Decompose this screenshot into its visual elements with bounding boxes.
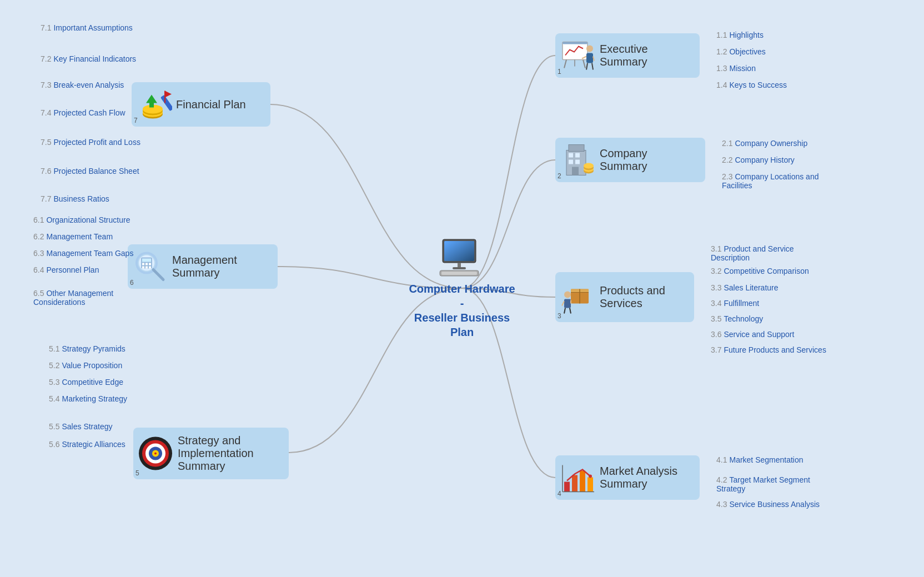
sub-3-5: 3.5Technology <box>711 314 763 323</box>
financial-box: 7 Financial Plan <box>132 82 270 127</box>
svg-rect-58 <box>145 263 148 265</box>
svg-line-17 <box>592 63 593 70</box>
svg-rect-3 <box>458 263 461 267</box>
branch-number-7: 7 <box>134 117 138 124</box>
strategy-box: 5 Strategy and Implementation Summary <box>133 428 289 479</box>
sub-2-2: 2.2Company History <box>722 155 795 164</box>
sub-5-4: 5.4Marketing Strategy <box>49 394 127 403</box>
svg-rect-4 <box>453 267 466 269</box>
svg-rect-61 <box>145 267 148 269</box>
sub-1-4: 1.4Keys to Success <box>716 81 787 89</box>
svg-line-9 <box>564 60 566 68</box>
sub-2-1: 2.1Company Ownership <box>722 139 807 148</box>
products-services-title: Products and Services <box>600 284 665 310</box>
strategy-icon <box>138 435 174 471</box>
svg-point-33 <box>564 292 571 298</box>
svg-rect-56 <box>142 259 151 262</box>
sub-3-4: 3.4Fulfillment <box>711 299 759 308</box>
sub-3-2: 3.2Competitive Comparison <box>711 267 809 275</box>
sub-7-5: 7.5Projected Profit and Loss <box>41 138 140 147</box>
company-icon <box>560 142 596 178</box>
sub-3-3: 3.3Sales Literature <box>711 283 779 292</box>
svg-line-54 <box>153 270 163 280</box>
svg-rect-62 <box>149 267 151 269</box>
svg-marker-71 <box>165 91 172 98</box>
management-icon <box>132 249 168 285</box>
svg-rect-42 <box>587 478 593 492</box>
svg-rect-34 <box>564 299 571 308</box>
svg-rect-57 <box>142 263 144 265</box>
svg-line-35 <box>562 302 564 306</box>
svg-rect-19 <box>569 145 584 152</box>
sub-7-6: 7.6Projected Balance Sheet <box>41 167 139 175</box>
sub-5-5: 5.5Sales Strategy <box>49 422 113 431</box>
sub-5-3: 5.3Competitive Edge <box>49 378 123 387</box>
svg-rect-60 <box>142 267 144 269</box>
svg-line-10 <box>583 60 585 68</box>
company-summary-title: Company Summary <box>600 147 696 173</box>
svg-rect-24 <box>572 167 579 175</box>
sub-2-3: 2.3Company Locations andFacilities <box>722 172 818 190</box>
svg-rect-8 <box>563 42 587 44</box>
sub-1-1: 1.1Highlights <box>716 31 764 39</box>
sub-7-4: 7.4Projected Cash Flow <box>41 108 125 117</box>
branch-number-1: 1 <box>558 68 561 76</box>
executive-icon <box>560 38 596 74</box>
svg-point-43 <box>589 475 592 478</box>
sub-3-6: 3.6Service and Support <box>711 330 794 339</box>
sub-5-2: 5.2Value Proposition <box>49 361 122 370</box>
sub-1-2: 1.2Objectives <box>716 47 766 56</box>
sub-4-2: 4.2Target Market SegmentStrategy <box>716 475 810 493</box>
sub-5-1: 5.1Strategy Pyramids <box>49 344 125 353</box>
branch-number-5: 5 <box>135 469 139 477</box>
svg-line-16 <box>586 63 587 70</box>
sub-7-3: 7.3Break-even Analysis <box>41 81 124 89</box>
svg-rect-21 <box>575 153 580 158</box>
svg-rect-39 <box>564 482 570 492</box>
center-node: Computer Hardware - Reseller Business Pl… <box>406 238 518 339</box>
sub-4-1: 4.1Market Segmentation <box>716 455 804 464</box>
sub-6-3: 6.3Management Team Gaps <box>33 249 133 258</box>
svg-line-38 <box>570 308 571 314</box>
sub-6-5: 6.5Other ManagementConsiderations <box>33 289 113 307</box>
sub-7-1: 7.1Important Assumptions <box>41 23 133 32</box>
market-analysis-title: Market Analysis Summary <box>600 465 677 490</box>
svg-line-15 <box>593 57 594 61</box>
financial-icon <box>136 87 172 123</box>
market-icon <box>560 460 596 496</box>
sub-6-2: 6.2Management Team <box>33 232 113 241</box>
branch-number-4: 4 <box>558 490 561 498</box>
sub-7-7: 7.7Business Ratios <box>41 194 109 203</box>
branch-number-6: 6 <box>130 279 134 287</box>
sub-3-7: 3.7Future Products and Services <box>711 345 826 354</box>
svg-rect-6 <box>441 272 477 275</box>
products-services-box: 3 Products and Services <box>555 272 694 322</box>
market-analysis-box: 4 Market Analysis Summary <box>555 455 700 500</box>
svg-rect-20 <box>569 153 573 158</box>
sub-3-1: 3.1Product and ServiceDescription <box>711 244 794 262</box>
svg-rect-22 <box>569 160 573 164</box>
financial-title: Financial Plan <box>176 98 246 111</box>
sub-4-3: 4.3Service Business Analysis <box>716 500 820 509</box>
svg-rect-13 <box>586 53 593 63</box>
svg-rect-40 <box>572 475 578 492</box>
computer-icon <box>437 238 487 277</box>
management-title: Management Summary <box>172 254 237 279</box>
svg-rect-23 <box>575 160 580 164</box>
sub-6-1: 6.1Organizational Structure <box>33 215 130 224</box>
management-box: 6 Management Summary <box>128 244 278 289</box>
branch-number-2: 2 <box>558 172 561 180</box>
svg-point-51 <box>154 452 157 454</box>
center-title: Computer Hardware - Reseller Business Pl… <box>406 282 518 339</box>
products-icon <box>560 279 596 315</box>
svg-rect-59 <box>149 263 151 265</box>
svg-rect-41 <box>580 471 585 492</box>
svg-point-28 <box>584 163 594 169</box>
branch-number-3: 3 <box>558 312 561 320</box>
executive-summary-title: Executive Summary <box>600 43 691 68</box>
svg-rect-2 <box>444 241 474 261</box>
company-summary-box: 2 Company Summary <box>555 138 705 182</box>
svg-line-37 <box>564 308 565 314</box>
sub-5-6: 5.6Strategic Alliances <box>49 440 125 449</box>
executive-summary-box: 1 Executive Summary <box>555 33 700 78</box>
